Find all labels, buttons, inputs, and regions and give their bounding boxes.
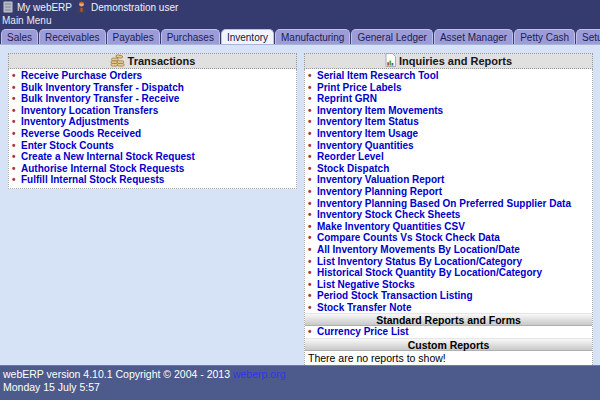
menu-link[interactable]: Inventory Planning Based On Preferred Su… bbox=[305, 198, 592, 210]
custom-reports-header: Custom Reports bbox=[305, 338, 592, 351]
footer-version-text: webERP version 4.10.1 Copyright © 2004 -… bbox=[3, 368, 230, 380]
standard-reports-links: Currency Price List bbox=[305, 326, 592, 338]
menu-link[interactable]: Bulk Inventory Transfer - Receive bbox=[9, 93, 296, 105]
menu-link[interactable]: Make Inventory Quantities CSV bbox=[305, 221, 592, 233]
transactions-title: Transactions bbox=[128, 55, 196, 67]
footer-version-line: webERP version 4.10.1 Copyright © 2004 -… bbox=[3, 368, 597, 381]
menu-link[interactable]: Stock Transfer Note bbox=[305, 302, 592, 314]
tab-petty-cash[interactable]: Petty Cash bbox=[514, 29, 575, 44]
app-title[interactable]: My webERP bbox=[17, 2, 72, 13]
menu-link[interactable]: Bulk Inventory Transfer - Dispatch bbox=[9, 82, 296, 94]
menu-link[interactable]: Enter Stock Counts bbox=[9, 140, 296, 152]
tab-setup[interactable]: Setup bbox=[576, 29, 600, 44]
tab-asset-manager[interactable]: Asset Manager bbox=[434, 29, 513, 44]
menu-link[interactable]: Print Price Labels bbox=[305, 82, 592, 94]
inquiries-title: Inquiries and Reports bbox=[399, 55, 512, 67]
tab-manufacturing[interactable]: Manufacturing bbox=[275, 29, 350, 44]
menu-link[interactable]: Inventory Item Usage bbox=[305, 128, 592, 140]
menu-link[interactable]: Inventory Location Transfers bbox=[9, 105, 296, 117]
tab-sales[interactable]: Sales bbox=[1, 29, 38, 44]
menu-link[interactable]: Fulfill Internal Stock Requests bbox=[9, 174, 296, 186]
menu-link[interactable]: Currency Price List bbox=[305, 326, 592, 338]
menu-link[interactable]: Inventory Valuation Report bbox=[305, 174, 592, 186]
menu-link[interactable]: Compare Counts Vs Stock Check Data bbox=[305, 232, 592, 244]
menu-link[interactable]: Receive Purchase Orders bbox=[9, 70, 296, 82]
content-area: Transactions Receive Purchase OrdersBulk… bbox=[0, 45, 600, 365]
tab-receivables[interactable]: Receivables bbox=[39, 29, 105, 44]
menu-link[interactable]: Inventory Planning Report bbox=[305, 186, 592, 198]
inquiries-column: Inquiries and Reports Serial Item Resear… bbox=[304, 53, 593, 367]
menu-link[interactable]: Reprint GRN bbox=[305, 93, 592, 105]
standard-reports-header: Standard Reports and Forms bbox=[305, 313, 592, 326]
transactions-column: Transactions Receive Purchase OrdersBulk… bbox=[8, 53, 297, 189]
inquiries-links: Serial Item Research ToolPrint Price Lab… bbox=[305, 70, 592, 313]
menu-link[interactable]: Reorder Level bbox=[305, 151, 592, 163]
coins-icon bbox=[110, 54, 125, 69]
tab-general-ledger[interactable]: General Ledger bbox=[351, 29, 433, 44]
menu-link[interactable]: Authorise Internal Stock Requests bbox=[9, 163, 296, 175]
tab-inventory[interactable]: Inventory bbox=[221, 29, 274, 44]
footer-datetime: Monday 15 July 5:57 bbox=[3, 381, 597, 394]
menu-link[interactable]: Inventory Quantities bbox=[305, 140, 592, 152]
menu-link[interactable]: Inventory Adjustments bbox=[9, 116, 296, 128]
menu-link[interactable]: Reverse Goods Received bbox=[9, 128, 296, 140]
menu-link[interactable]: Inventory Stock Check Sheets bbox=[305, 209, 592, 221]
user-icon bbox=[76, 1, 87, 13]
module-tabbar: Sales Receivables Payables Purchases Inv… bbox=[0, 27, 600, 45]
menu-link[interactable]: Period Stock Transaction Listing bbox=[305, 290, 592, 302]
main-menu-bar[interactable]: Main Menu bbox=[0, 14, 600, 27]
menu-link[interactable]: List Negative Stocks bbox=[305, 279, 592, 291]
footer: webERP version 4.10.1 Copyright © 2004 -… bbox=[0, 365, 600, 400]
inquiries-panel: Serial Item Research ToolPrint Price Lab… bbox=[304, 69, 593, 367]
custom-reports-empty-message: There are no reports to show! bbox=[305, 351, 592, 364]
menu-link[interactable]: Historical Stock Quantity By Location/Ca… bbox=[305, 267, 592, 279]
transactions-panel: Receive Purchase OrdersBulk Inventory Tr… bbox=[8, 69, 297, 189]
user-label[interactable]: Demonstration user bbox=[91, 2, 178, 13]
report-chart-icon bbox=[385, 53, 396, 69]
menu-link[interactable]: List Inventory Status By Location/Catego… bbox=[305, 256, 592, 268]
titlebar: My webERP Demonstration user bbox=[0, 0, 600, 14]
book-icon bbox=[3, 1, 13, 13]
menu-link[interactable]: Stock Dispatch bbox=[305, 163, 592, 175]
inquiries-header: Inquiries and Reports bbox=[304, 53, 593, 69]
menu-link[interactable]: Create a New Internal Stock Request bbox=[9, 151, 296, 163]
menu-link[interactable]: Serial Item Research Tool bbox=[305, 70, 592, 82]
menu-link[interactable]: Inventory Item Movements bbox=[305, 105, 592, 117]
menu-link[interactable]: All Inventory Movements By Location/Date bbox=[305, 244, 592, 256]
tab-payables[interactable]: Payables bbox=[107, 29, 160, 44]
weberp-window: My webERP Demonstration user Main Menu S… bbox=[0, 0, 600, 400]
menu-link[interactable]: Inventory Item Status bbox=[305, 116, 592, 128]
tab-purchases[interactable]: Purchases bbox=[161, 29, 220, 44]
weberp-org-link[interactable]: weberp.org bbox=[233, 368, 286, 380]
transactions-header: Transactions bbox=[8, 53, 297, 69]
